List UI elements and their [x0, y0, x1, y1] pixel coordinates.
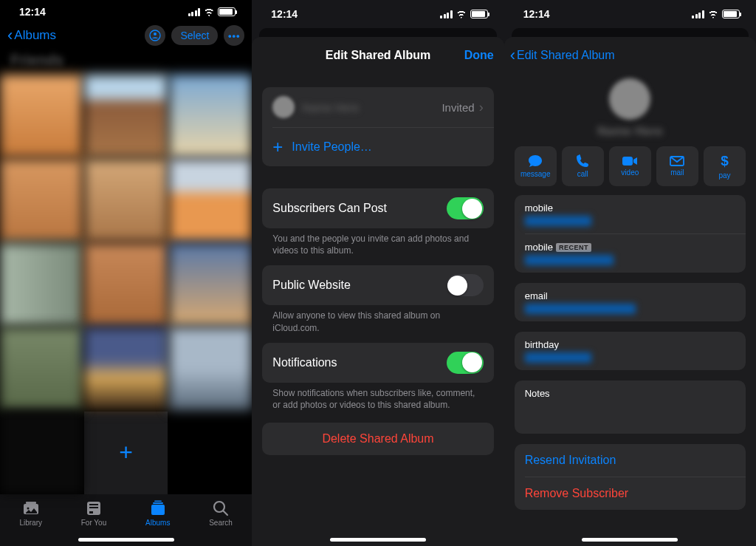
for-you-icon [84, 500, 103, 516]
plus-icon: + [119, 439, 133, 466]
email-redacted [525, 304, 636, 314]
wifi-icon [456, 10, 467, 18]
svg-rect-14 [622, 157, 633, 165]
public-desc: Allow anyone to view this shared album o… [262, 305, 493, 342]
search-icon [211, 500, 230, 516]
resend-invitation-button[interactable]: Resend Invitation [515, 444, 746, 477]
photo-thumb[interactable] [0, 243, 83, 326]
mobile-field-1[interactable]: mobile [515, 195, 746, 233]
svg-point-1 [154, 33, 157, 35]
svg-rect-11 [154, 500, 162, 502]
home-indicator[interactable] [78, 538, 174, 542]
back-button[interactable]: ‹ Edit Shared Album [510, 47, 615, 64]
subscriber-row[interactable]: Name Here Invited › [262, 87, 493, 127]
message-icon [528, 154, 543, 168]
recent-badge: RECENT [556, 243, 591, 252]
battery-icon [218, 7, 236, 16]
more-button[interactable]: ••• [224, 25, 244, 46]
back-to-albums-button[interactable]: ‹ Albums [7, 27, 56, 44]
subscribers-desc: You and the people you invite can add ph… [262, 228, 493, 265]
chevron-left-icon: ‹ [510, 47, 515, 64]
subscribers-can-post-row: Subscribers Can Post [262, 188, 493, 228]
svg-rect-10 [153, 502, 163, 504]
mobile-field-2[interactable]: mobile RECENT [515, 234, 746, 273]
status-time: 12:14 [19, 6, 46, 18]
svg-rect-9 [151, 505, 165, 515]
shared-album-settings-button[interactable] [145, 25, 165, 46]
battery-icon [470, 10, 488, 18]
public-website-toggle[interactable] [447, 274, 484, 296]
avatar [609, 78, 650, 120]
photo-thumb[interactable] [84, 75, 167, 157]
ellipsis-icon: ••• [228, 30, 241, 41]
svg-rect-8 [89, 511, 93, 513]
battery-icon [722, 10, 740, 18]
contact-name-redacted: Name Here [597, 124, 663, 139]
sheet-nav: ‹ Edit Shared Album [504, 37, 756, 74]
photo-thumb[interactable] [169, 243, 252, 326]
svg-rect-7 [89, 507, 98, 508]
wifi-icon [203, 7, 215, 16]
cellular-icon [692, 10, 704, 18]
tab-library[interactable]: Library [19, 500, 42, 546]
photo-thumb[interactable] [84, 243, 167, 326]
add-photo-button[interactable]: + [84, 412, 167, 494]
mail-button[interactable]: mail [656, 146, 698, 186]
phone-redacted [525, 216, 591, 226]
cellular-icon [440, 10, 453, 18]
person-circle-icon [149, 30, 161, 41]
mail-icon [670, 156, 684, 166]
sheet-title: Edit Shared Album [326, 49, 431, 62]
photo-thumb[interactable] [169, 75, 252, 157]
tab-search[interactable]: Search [209, 500, 233, 546]
video-button[interactable]: video [609, 146, 651, 186]
chevron-left-icon: ‹ [7, 27, 13, 44]
notes-field[interactable]: Notes [515, 381, 746, 406]
birthday-redacted [525, 352, 591, 363]
library-icon [21, 500, 41, 516]
svg-rect-3 [26, 502, 36, 504]
invite-status: Invited [441, 101, 474, 114]
contact-header: Name Here [515, 74, 746, 146]
notifications-desc: Show notifications when subscribers like… [262, 383, 493, 420]
subscriber-name-redacted: Name Here [302, 101, 359, 114]
notifications-row: Notifications [262, 343, 493, 383]
photo-thumb[interactable] [84, 327, 167, 410]
pay-button[interactable]: $ pay [704, 146, 746, 186]
photo-thumb[interactable] [0, 75, 83, 157]
subscribers-can-post-toggle[interactable] [447, 197, 484, 219]
photo-thumb[interactable] [0, 159, 83, 242]
select-button[interactable]: Select [171, 26, 218, 45]
cellular-icon [188, 8, 201, 16]
photo-thumb[interactable] [0, 327, 83, 410]
album-title: Friends [0, 47, 252, 75]
invite-people-button[interactable]: + Invite People… [262, 128, 493, 166]
status-bar: 12:14 [0, 0, 252, 24]
remove-subscriber-button[interactable]: Remove Subscriber [515, 477, 746, 510]
contact-actions: message call video [515, 146, 746, 195]
photo-thumb[interactable] [169, 159, 252, 242]
pay-icon: $ [721, 153, 729, 169]
home-indicator[interactable] [582, 538, 678, 542]
phone-icon [576, 154, 589, 168]
albums-icon [148, 500, 168, 516]
birthday-field[interactable]: birthday [515, 332, 746, 370]
done-button[interactable]: Done [464, 49, 494, 62]
phone-redacted [525, 255, 614, 265]
photo-grid: + [0, 75, 252, 494]
avatar [272, 96, 295, 118]
email-field[interactable]: email [515, 283, 746, 321]
home-indicator[interactable] [330, 538, 426, 542]
delete-shared-album-button[interactable]: Delete Shared Album [262, 423, 493, 455]
back-label: Albums [14, 28, 56, 43]
photo-thumb[interactable] [0, 412, 83, 494]
call-button[interactable]: call [562, 146, 604, 186]
message-button[interactable]: message [515, 146, 557, 186]
svg-rect-6 [89, 504, 98, 505]
photo-thumb[interactable] [84, 159, 167, 242]
status-bar: 12:14 [252, 0, 504, 28]
album-nav: ‹ Albums Select ••• [0, 24, 252, 47]
status-time: 12:14 [523, 8, 550, 20]
notifications-toggle[interactable] [447, 352, 484, 374]
photo-thumb[interactable] [169, 327, 252, 410]
